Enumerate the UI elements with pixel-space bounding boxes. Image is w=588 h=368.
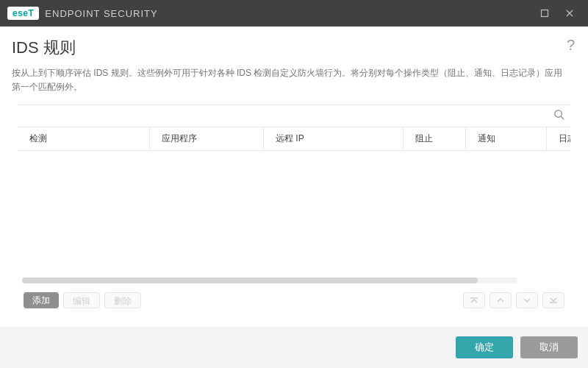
window-maximize-button[interactable]: [532, 0, 557, 26]
column-header-detection[interactable]: 检测: [18, 127, 150, 150]
close-icon: [565, 9, 574, 18]
content-area: IDS 规则 ? 按从上到下顺序评估 IDS 规则。这些例外可用于针对各种 ID…: [0, 26, 588, 319]
column-header-notify[interactable]: 通知: [466, 127, 547, 150]
delete-button: 删除: [104, 292, 141, 308]
column-header-application[interactable]: 应用程序: [150, 127, 264, 150]
search-row: [18, 105, 570, 127]
brand-text: ENDPOINT SECURITY: [45, 8, 157, 19]
title-bar: eseT ENDPOINT SECURITY: [0, 0, 588, 26]
horizontal-scrollbar[interactable]: [22, 277, 517, 283]
svg-rect-0: [542, 10, 548, 17]
page-description: 按从上到下顺序评估 IDS 规则。这些例外可用于针对各种 IDS 检测自定义防火…: [12, 66, 576, 94]
table-body: [18, 151, 570, 285]
scrollbar-thumb[interactable]: [22, 277, 478, 283]
maximize-icon: [540, 9, 549, 18]
action-row: 添加 编辑 删除: [18, 285, 570, 319]
search-icon: [553, 109, 564, 120]
add-button[interactable]: 添加: [24, 292, 59, 308]
move-up-button: [490, 292, 512, 308]
help-button[interactable]: ?: [567, 37, 575, 54]
column-header-remote-ip[interactable]: 远程 IP: [264, 127, 404, 150]
edit-button: 编辑: [63, 292, 100, 308]
chevron-top-icon: [469, 296, 479, 305]
ok-button[interactable]: 确定: [456, 336, 513, 358]
brand-badge: eseT: [7, 7, 39, 20]
column-header-log[interactable]: 日志: [547, 127, 570, 150]
cancel-button[interactable]: 取消: [520, 336, 578, 358]
column-header-block[interactable]: 阻止: [404, 127, 466, 150]
chevron-up-icon: [495, 296, 506, 305]
chevron-bottom-icon: [548, 296, 559, 305]
chevron-down-icon: [522, 296, 532, 305]
rules-panel: 检测 应用程序 远程 IP 阻止 通知 日志 添加 编辑 删除: [18, 105, 570, 319]
move-down-button: [516, 292, 538, 308]
move-top-button: [463, 292, 485, 308]
move-bottom-button: [542, 292, 564, 308]
search-button[interactable]: [553, 109, 564, 123]
window-close-button[interactable]: [557, 0, 582, 26]
table-header: 检测 应用程序 远程 IP 阻止 通知 日志: [18, 127, 570, 151]
svg-point-1: [555, 110, 562, 117]
dialog-footer: 确定 取消: [0, 327, 588, 368]
page-title: IDS 规则: [12, 37, 576, 59]
